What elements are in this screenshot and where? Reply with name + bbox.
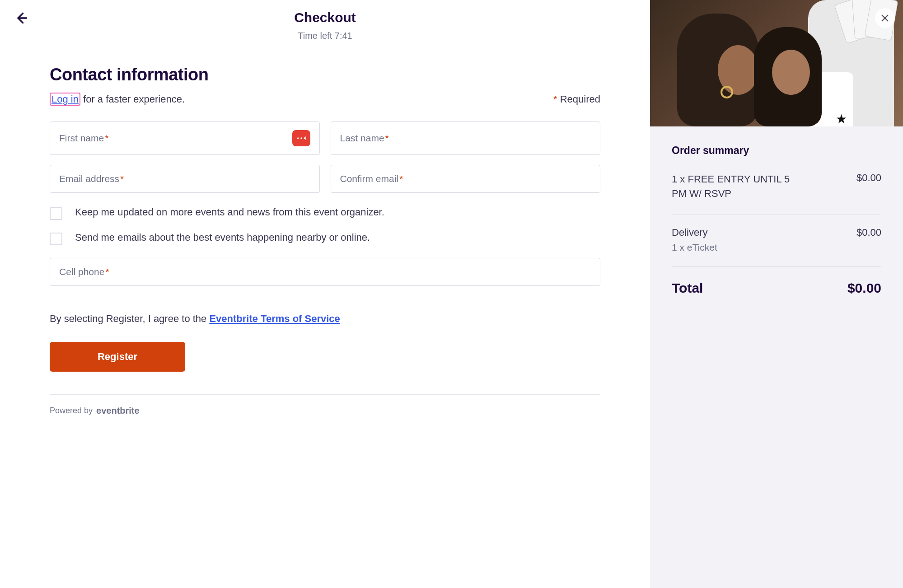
email-label-text: Email address bbox=[59, 173, 119, 184]
summary-total: Total $0.00 bbox=[672, 280, 881, 296]
email-label: Email address* bbox=[59, 173, 124, 184]
cell-phone-label: Cell phone* bbox=[59, 266, 109, 277]
svg-point-0 bbox=[297, 137, 299, 139]
terms-link[interactable]: Eventbrite Terms of Service bbox=[209, 313, 340, 324]
check-nearby: Send me emails about the best events hap… bbox=[50, 232, 600, 245]
checkout-main: Checkout Time left 7:41 Contact informat… bbox=[0, 0, 650, 588]
cell-phone-field[interactable]: Cell phone* bbox=[50, 258, 600, 286]
required-star: * bbox=[399, 173, 403, 184]
last-name-field[interactable]: Last name* bbox=[331, 121, 601, 155]
last-name-label: Last name* bbox=[340, 133, 389, 144]
last-name-label-text: Last name bbox=[340, 133, 384, 143]
login-link[interactable]: Log in bbox=[50, 93, 80, 106]
svg-point-2 bbox=[304, 137, 305, 139]
confirm-email-label: Confirm email* bbox=[340, 173, 403, 184]
check-updates-label: Keep me updated on more events and news … bbox=[75, 206, 384, 218]
register-button[interactable]: Register bbox=[50, 342, 185, 372]
summary-delivery: Delivery $0.00 bbox=[672, 227, 881, 238]
powered-brand: eventbrite bbox=[96, 406, 140, 416]
checkout-header: Checkout Time left 7:41 bbox=[0, 0, 650, 54]
required-star: * bbox=[105, 266, 109, 277]
agree-prefix: By selecting Register, I agree to the bbox=[50, 313, 209, 324]
confirm-email-field[interactable]: Confirm email* bbox=[331, 165, 601, 193]
required-indicator: * Required bbox=[553, 93, 600, 105]
login-text-wrap: Log in for a faster experience. bbox=[50, 93, 185, 105]
delivery-sub: 1 x eTicket bbox=[672, 242, 881, 253]
login-row: Log in for a faster experience. * Requir… bbox=[50, 93, 600, 105]
required-star: * bbox=[553, 93, 557, 105]
svg-point-1 bbox=[300, 137, 302, 139]
first-name-label: First name* bbox=[59, 133, 108, 144]
password-manager-icon[interactable] bbox=[292, 130, 310, 146]
event-hero-image bbox=[650, 0, 903, 126]
required-star: * bbox=[385, 133, 389, 143]
cell-phone-label-text: Cell phone bbox=[59, 266, 104, 277]
checkout-content: Contact information Log in for a faster … bbox=[0, 54, 650, 434]
first-name-field[interactable]: First name* bbox=[50, 121, 320, 155]
summary-title: Order summary bbox=[672, 145, 881, 157]
delivery-price: $0.00 bbox=[856, 227, 881, 238]
first-name-label-text: First name bbox=[59, 133, 104, 143]
close-button[interactable] bbox=[875, 8, 895, 28]
page-title: Checkout bbox=[0, 10, 650, 25]
delivery-label: Delivery bbox=[672, 227, 707, 238]
required-star: * bbox=[120, 173, 124, 184]
total-label: Total bbox=[672, 280, 703, 296]
total-price: $0.00 bbox=[847, 280, 881, 296]
back-button[interactable] bbox=[14, 11, 29, 25]
check-nearby-label: Send me emails about the best events hap… bbox=[75, 232, 370, 243]
powered-prefix: Powered by bbox=[50, 406, 93, 415]
checkout-timer: Time left 7:41 bbox=[0, 31, 650, 49]
summary-line-item: 1 x FREE ENTRY UNTIL 5 PM W/ RSVP $0.00 bbox=[672, 172, 881, 201]
login-rest: for a faster experience. bbox=[80, 93, 185, 105]
summary-separator bbox=[672, 215, 881, 215]
timer-value: 7:41 bbox=[335, 31, 352, 41]
timer-prefix: Time left bbox=[298, 31, 335, 41]
name-email-grid: First name* Last name* Email address* Co… bbox=[50, 121, 600, 193]
summary-item-price: $0.00 bbox=[856, 172, 881, 201]
powered-by: Powered by eventbrite bbox=[50, 406, 600, 416]
summary-item-name: 1 x FREE ENTRY UNTIL 5 PM W/ RSVP bbox=[672, 172, 807, 201]
email-field[interactable]: Email address* bbox=[50, 165, 320, 193]
footer-divider bbox=[50, 394, 600, 395]
check-updates-box[interactable] bbox=[50, 207, 62, 220]
summary-separator-2 bbox=[672, 266, 881, 267]
opt-in-checks: Keep me updated on more events and news … bbox=[50, 206, 600, 245]
required-label: Required bbox=[557, 93, 600, 105]
summary-body: Order summary 1 x FREE ENTRY UNTIL 5 PM … bbox=[650, 126, 903, 314]
confirm-email-label-text: Confirm email bbox=[340, 173, 399, 184]
contact-heading: Contact information bbox=[50, 65, 600, 84]
check-updates: Keep me updated on more events and news … bbox=[50, 206, 600, 220]
check-nearby-box[interactable] bbox=[50, 233, 62, 245]
required-star: * bbox=[105, 133, 108, 143]
terms-agree: By selecting Register, I agree to the Ev… bbox=[50, 313, 600, 325]
order-summary-panel: Order summary 1 x FREE ENTRY UNTIL 5 PM … bbox=[650, 0, 903, 588]
svg-rect-3 bbox=[305, 136, 306, 140]
